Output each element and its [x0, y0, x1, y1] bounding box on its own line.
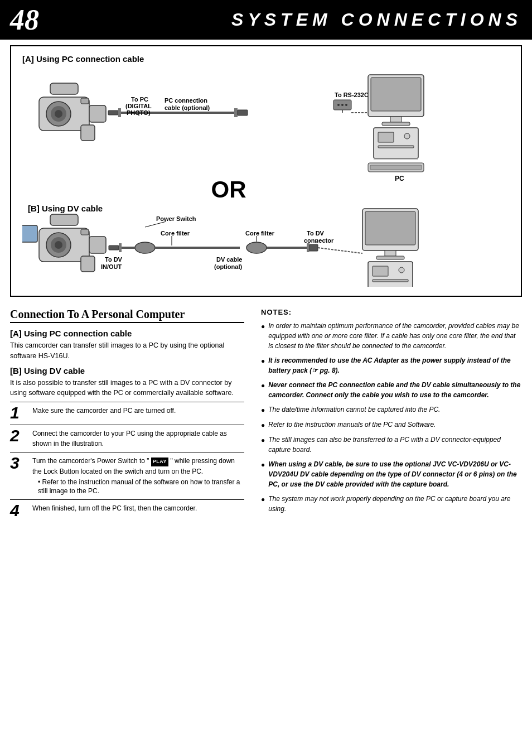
svg-line-52	[145, 221, 166, 227]
svg-rect-31	[378, 132, 394, 142]
step-4-num: 4	[10, 502, 28, 519]
step-1-text: Make sure the camcorder and PC are turne…	[32, 406, 244, 416]
step-2: 2 Connect the camcorder to your PC using…	[10, 425, 244, 452]
svg-text:IN/OUT: IN/OUT	[101, 263, 122, 270]
svg-text:To RS-232C: To RS-232C	[335, 92, 369, 98]
svg-rect-8	[108, 110, 118, 115]
svg-rect-28	[390, 117, 402, 122]
step-3-sub: • Refer to the instruction manual of the…	[38, 478, 244, 497]
svg-rect-47	[81, 229, 89, 235]
svg-rect-6	[50, 83, 78, 94]
svg-rect-62	[307, 243, 309, 252]
note-1: In order to maintain optimum performance…	[261, 321, 522, 351]
svg-rect-48	[50, 214, 78, 225]
svg-rect-9	[118, 108, 121, 117]
notes-list: In order to maintain optimum performance…	[261, 321, 522, 514]
camcorder-b	[22, 214, 106, 272]
notes-heading: NOTES:	[261, 308, 522, 316]
svg-point-4	[55, 110, 62, 118]
step-2-num: 2	[10, 427, 28, 444]
svg-text:To DV: To DV	[105, 256, 123, 263]
diagram-box: [A] Using PC connection cable	[10, 45, 522, 297]
svg-text:PHOTO): PHOTO)	[127, 109, 151, 116]
note-2: It is recommended to use the AC Adapter …	[261, 355, 522, 375]
svg-rect-43	[89, 237, 106, 253]
svg-rect-1	[89, 105, 106, 122]
main-content: Connection To A Personal Computer [A] Us…	[0, 302, 532, 522]
svg-rect-12	[238, 110, 248, 115]
page-header: 48 SYSTEM CONNECTIONS	[0, 0, 532, 40]
note-3: Never connect the PC connection cable an…	[261, 380, 522, 400]
left-column: Connection To A Personal Computer [A] Us…	[10, 308, 255, 522]
svg-rect-29	[382, 122, 410, 126]
section-a-title: [A] Using PC connection cable	[10, 329, 244, 338]
svg-rect-27	[371, 78, 421, 111]
svg-rect-5	[81, 98, 89, 104]
svg-text:DV cable: DV cable	[216, 256, 242, 263]
step-2-text: Connect the camcorder to your PC using t…	[32, 428, 244, 449]
svg-rect-50	[22, 225, 37, 242]
note-6-text: The still images can also be transferred…	[268, 435, 522, 455]
computer-a	[368, 75, 424, 172]
svg-text:PC: PC	[395, 175, 404, 182]
note-2-text: It is recommended to use the AC Adapter …	[268, 355, 522, 375]
step-4: 4 When finished, turn off the PC first, …	[10, 499, 244, 522]
note-4-text: The date/time information cannot be capt…	[268, 405, 440, 415]
svg-text:Core filter: Core filter	[245, 230, 275, 237]
svg-point-22	[337, 104, 340, 106]
svg-text:PC connection: PC connection	[165, 97, 207, 104]
note-8: The system may not work properly dependi…	[261, 494, 522, 514]
svg-rect-11	[234, 108, 238, 117]
section-b-body: It is also possible to transfer still im…	[10, 378, 244, 399]
svg-point-79	[399, 267, 404, 273]
svg-text:[B] Using DV cable: [B] Using DV cable	[28, 204, 103, 213]
page-number: 48	[10, 3, 39, 36]
note-5-text: Refer to the instruction manuals of the …	[268, 420, 436, 430]
main-heading: Connection To A Personal Computer	[10, 308, 244, 323]
step-3: 3 Turn the camcorder's Power Switch to "…	[10, 452, 244, 499]
svg-text:(optional): (optional)	[214, 263, 242, 270]
step-1: 1 Make sure the camcorder and PC are tur…	[10, 402, 244, 425]
svg-text:To PC: To PC	[131, 96, 148, 103]
svg-rect-49	[81, 256, 95, 272]
step-4-text: When finished, turn off the PC first, th…	[32, 503, 244, 513]
note-3-text: Never connect the PC connection cable an…	[268, 380, 522, 400]
svg-rect-33	[378, 146, 414, 148]
svg-rect-76	[376, 256, 404, 259]
diagram-section-a-title: [A] Using PC connection cable	[22, 54, 510, 64]
section-b-title: [B] Using DV cable	[10, 366, 244, 375]
steps-list: 1 Make sure the camcorder and PC are tur…	[10, 402, 244, 522]
computer-b	[362, 209, 418, 287]
svg-line-85	[318, 248, 362, 253]
svg-rect-74	[365, 211, 415, 245]
svg-point-24	[345, 104, 347, 106]
note-5: Refer to the instruction manuals of the …	[261, 420, 522, 430]
svg-text:cable (optional): cable (optional)	[165, 104, 210, 111]
play-badge: PLAY	[151, 458, 168, 466]
section-a-body: This camcorder can transfer still images…	[10, 340, 244, 362]
camcorder-a	[39, 83, 106, 141]
svg-rect-63	[309, 244, 318, 251]
svg-point-23	[341, 104, 344, 106]
note-7: When using a DV cable, be sure to use th…	[261, 459, 522, 489]
note-4: The date/time information cannot be capt…	[261, 405, 522, 415]
svg-text:Power Switch: Power Switch	[156, 215, 196, 222]
svg-rect-78	[373, 266, 388, 276]
svg-point-46	[55, 241, 62, 249]
svg-point-32	[404, 133, 410, 139]
page-title: SYSTEM CONNECTIONS	[231, 9, 522, 30]
svg-rect-7	[81, 125, 95, 141]
svg-rect-37	[370, 165, 422, 170]
svg-point-60	[246, 242, 267, 253]
note-7-text: When using a DV cable, be sure to use th…	[268, 459, 522, 489]
svg-point-57	[135, 242, 155, 253]
svg-text:connector: connector	[304, 237, 334, 244]
step-3-text: Turn the camcorder's Power Switch to " P…	[32, 456, 244, 476]
note-1-text: In order to maintain optimum performance…	[268, 321, 522, 351]
note-6: The still images can also be transferred…	[261, 435, 522, 455]
svg-text:OR: OR	[211, 176, 246, 203]
svg-text:Core filter: Core filter	[161, 230, 190, 237]
note-8-text: The system may not work properly dependi…	[268, 494, 522, 514]
step-1-num: 1	[10, 405, 28, 421]
diagram-svg: To PC (DIGITAL PHOTO) PC connection cabl…	[22, 69, 513, 287]
